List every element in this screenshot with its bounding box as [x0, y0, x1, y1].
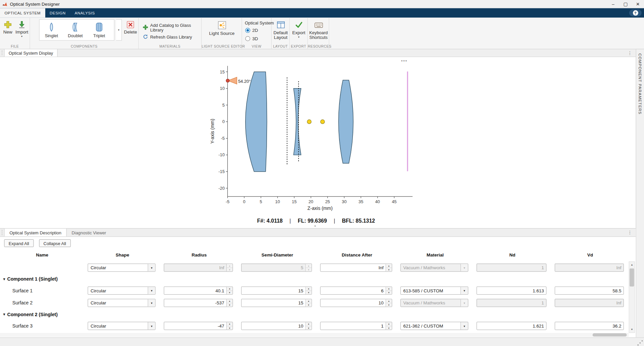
spinner-down-icon[interactable]: ▼	[227, 326, 232, 330]
tab-diagnostic-viewer[interactable]: Diagnostic Viewer	[67, 229, 111, 236]
spinner-down-icon[interactable]: ▼	[386, 268, 392, 271]
spinner-down-icon[interactable]: ▼	[227, 303, 232, 306]
close-button[interactable]: ✕	[632, 0, 644, 8]
help-button[interactable]: ?	[629, 9, 642, 16]
component-group-row[interactable]: ▾Component 1 (Singlet)	[0, 274, 629, 285]
chevron-down-icon[interactable]: ▾	[21, 35, 22, 38]
chevron-down-icon[interactable]: ▾	[298, 35, 300, 38]
default-layout-button[interactable]: Default Layout	[272, 20, 290, 40]
distance-after-input[interactable]: Inf▲▼	[320, 264, 392, 272]
distance-after-input[interactable]: 1▲▼	[320, 322, 392, 330]
import-button[interactable]: Import ▾	[14, 20, 29, 38]
spinner-up-icon[interactable]: ▲	[386, 264, 392, 268]
material-dropdown[interactable]: 613-585 / CUSTOM▼	[400, 286, 468, 294]
minimize-button[interactable]: –	[607, 0, 620, 8]
spinner-up-icon[interactable]: ▲	[227, 299, 232, 303]
spinner-down-icon[interactable]: ▼	[306, 291, 312, 294]
delete-button[interactable]: Delete	[123, 20, 138, 35]
vertical-scrollbar[interactable]: ▲ ▼	[629, 262, 635, 333]
panel-grip[interactable]	[1, 51, 3, 56]
spinner[interactable]: ▲▼	[305, 287, 311, 294]
vd-input[interactable]: 58.5	[555, 286, 624, 294]
chevron-down-icon[interactable]: ▼	[148, 264, 155, 271]
semi-diameter-input[interactable]: 15▲▼	[241, 286, 312, 294]
nd-input[interactable]: 1.613	[477, 286, 547, 294]
spinner-up-icon[interactable]: ▲	[386, 299, 392, 303]
material-dropdown[interactable]: 621-362 / CUSTOM▼	[400, 322, 468, 330]
chevron-down-icon[interactable]: ▼	[148, 322, 155, 330]
collapse-all-button[interactable]: Collapse All	[39, 239, 70, 247]
chevron-down-icon[interactable]: ▼	[148, 299, 155, 306]
component-parameters-strip[interactable]: COMPONENT PARAMETERS	[636, 49, 644, 337]
keyboard-shortcuts-button[interactable]: Keyboard Shortcuts	[308, 20, 329, 40]
panel-grip[interactable]	[1, 230, 3, 235]
tab-optical-system[interactable]: OPTICAL SYSTEM	[0, 8, 45, 17]
spinner[interactable]: ▲▼	[386, 299, 392, 306]
semi-diameter-input[interactable]: 10▲▼	[241, 322, 312, 330]
spinner-down-icon[interactable]: ▼	[386, 291, 392, 294]
spinner-up-icon[interactable]: ▲	[227, 287, 232, 291]
vd-input[interactable]: 36.2	[555, 322, 624, 330]
semi-diameter-input[interactable]: 15▲▼	[241, 299, 312, 307]
shape-dropdown[interactable]: Circular▼	[88, 299, 155, 307]
export-button[interactable]: Export ▾	[290, 20, 308, 38]
spinner[interactable]: ▲▼	[226, 299, 232, 306]
chevron-down-icon[interactable]: ▼	[461, 287, 468, 294]
spinner[interactable]: ▲▼	[386, 322, 392, 330]
horizontal-scrollbar[interactable]	[0, 333, 629, 337]
triplet-button[interactable]: Triplet	[87, 20, 111, 40]
splitter-collapse-button[interactable]: ▾	[314, 225, 316, 228]
maximize-button[interactable]: ▢	[619, 0, 632, 8]
spinner-down-icon[interactable]: ▼	[227, 291, 232, 294]
new-button[interactable]: New	[1, 20, 14, 35]
spinner[interactable]: ▲▼	[305, 322, 311, 330]
chevron-down-icon[interactable]: ▼	[461, 322, 468, 330]
expand-all-button[interactable]: Expand All	[4, 239, 34, 247]
distance-after-input[interactable]: 10▲▼	[320, 299, 392, 307]
chevron-down-icon[interactable]: ▼	[148, 287, 155, 294]
nd-input[interactable]: 1.621	[477, 322, 547, 330]
spinner[interactable]: ▲▼	[386, 287, 392, 294]
spinner[interactable]: ▲▼	[305, 299, 311, 306]
panel-menu-icon[interactable]: ⋮	[628, 50, 633, 56]
component-group-row[interactable]: ▾Component 2 (Singlet)	[0, 309, 629, 320]
shape-dropdown[interactable]: Circular▼	[88, 264, 155, 272]
spinner-up-icon[interactable]: ▲	[386, 287, 392, 291]
radio-3d-circle[interactable]	[245, 36, 250, 41]
lens-shape[interactable]	[338, 80, 353, 163]
spinner-down-icon[interactable]: ▼	[386, 326, 392, 330]
spinner-up-icon[interactable]: ▲	[386, 322, 392, 326]
tab-design[interactable]: DESIGN	[45, 8, 70, 17]
lens-shape[interactable]	[246, 72, 267, 171]
radio-2d-circle[interactable]	[245, 28, 250, 33]
singlet-button[interactable]: Singlet	[40, 20, 63, 40]
spinner-down-icon[interactable]: ▼	[306, 326, 312, 330]
spinner[interactable]: ▲▼	[386, 264, 392, 271]
radius-input[interactable]: -537▲▼	[164, 299, 233, 307]
spinner-up-icon[interactable]: ▲	[227, 322, 232, 326]
tab-optical-system-display[interactable]: Optical System Display	[4, 49, 57, 57]
radio-3d[interactable]: 3D	[245, 36, 258, 41]
scroll-down-icon[interactable]: ▼	[629, 327, 635, 332]
refresh-glass-library-button[interactable]: Refresh Glass Library	[143, 33, 192, 41]
doublet-button[interactable]: Doublet	[63, 20, 87, 40]
scrollbar-track[interactable]	[629, 268, 635, 327]
collapse-toggle-icon[interactable]: ▾	[3, 277, 5, 281]
optical-system-plot[interactable]: -5051015202530354045151050-5-10-15-20Z-a…	[209, 61, 423, 219]
tab-analysis[interactable]: ANALYSIS	[70, 8, 99, 17]
components-gallery-expand-button[interactable]: ▾	[116, 19, 122, 41]
spinner-down-icon[interactable]: ▼	[306, 303, 312, 306]
scrollbar-thumb[interactable]	[630, 269, 634, 287]
focus-point[interactable]	[307, 120, 311, 124]
distance-after-input[interactable]: 6▲▼	[320, 286, 392, 294]
spinner[interactable]: ▲▼	[226, 322, 232, 330]
radius-input[interactable]: -47▲▼	[164, 322, 233, 330]
radius-input[interactable]: 40.1▲▼	[164, 286, 233, 294]
radio-2d[interactable]: 2D	[245, 28, 258, 33]
light-source-button[interactable]: Light Source	[207, 20, 236, 36]
scroll-up-icon[interactable]: ▲	[629, 262, 635, 268]
lens-shape[interactable]	[293, 89, 301, 155]
collapse-toggle-icon[interactable]: ▾	[3, 312, 5, 316]
spinner-up-icon[interactable]: ▲	[306, 322, 312, 326]
add-catalog-button[interactable]: Add Catalog to Glass Library	[143, 24, 201, 31]
